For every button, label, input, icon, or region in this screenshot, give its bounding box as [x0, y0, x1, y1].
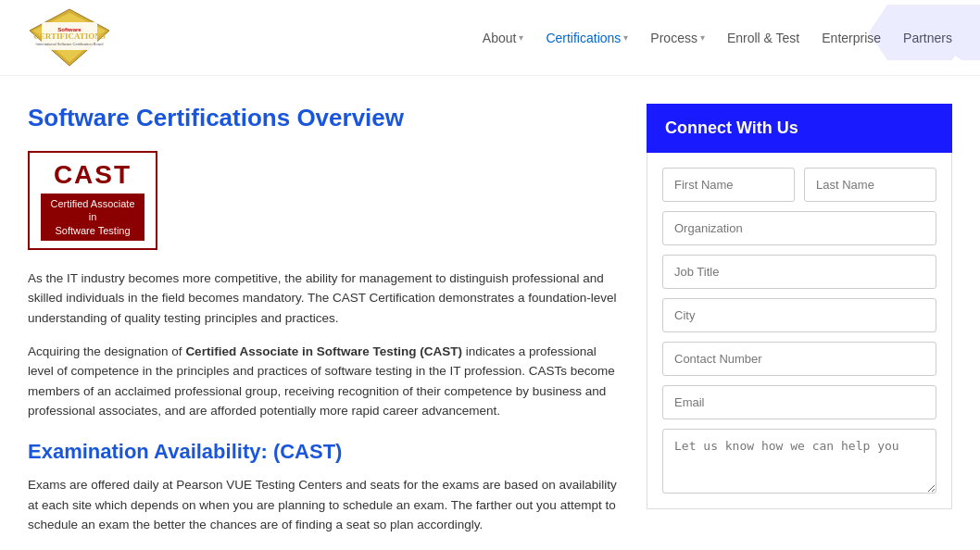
svg-text:CERTIFICATIONS: CERTIFICATIONS	[33, 31, 106, 41]
page-title: Software Certifications Overview	[28, 104, 619, 132]
nav-about[interactable]: About ▾	[483, 31, 524, 45]
body-paragraph-2: Acquiring the designation of Certified A…	[28, 342, 619, 421]
nav-enroll-test[interactable]: Enroll & Test	[727, 31, 799, 45]
chevron-down-icon: ▾	[623, 32, 628, 43]
first-name-input[interactable]	[662, 168, 795, 202]
name-row	[662, 168, 936, 202]
exam-section-title: Examination Availability: (CAST)	[28, 440, 619, 464]
city-input[interactable]	[662, 298, 936, 332]
main-container: Software Certifications Overview CAST Ce…	[0, 76, 980, 548]
last-name-input[interactable]	[804, 168, 936, 202]
contact-number-input[interactable]	[662, 342, 936, 376]
nav-partners[interactable]: Partners	[903, 31, 952, 45]
body-paragraph-1: As the IT industry becomes more competit…	[28, 269, 619, 329]
cast-subtitle: Certified Associate inSoftware Testing	[41, 194, 144, 241]
body-paragraph-3: Exams are offered daily at Pearson VUE T…	[28, 475, 619, 535]
svg-text:International Software Certifi: International Software Certification Boa…	[36, 42, 104, 46]
main-nav: About ▾ Certifications ▾ Process ▾ Enrol…	[483, 31, 952, 45]
chevron-down-icon: ▾	[700, 32, 705, 43]
cast-logo: CAST Certified Associate inSoftware Test…	[28, 151, 157, 250]
email-input[interactable]	[662, 385, 936, 419]
cast-bold-text: Certified Associate in Software Testing …	[185, 344, 462, 358]
organization-input[interactable]	[662, 211, 936, 245]
header: Software CERTIFICATIONS International So…	[0, 0, 980, 76]
nav-enterprise[interactable]: Enterprise	[822, 31, 881, 45]
cast-title: CAST	[41, 160, 144, 190]
message-textarea[interactable]	[662, 429, 936, 494]
nav-process[interactable]: Process ▾	[650, 31, 705, 45]
connect-form	[647, 153, 952, 509]
logo[interactable]: Software CERTIFICATIONS International So…	[28, 7, 111, 68]
nav-certifications[interactable]: Certifications ▾	[546, 31, 628, 45]
left-content: Software Certifications Overview CAST Ce…	[28, 104, 619, 548]
connect-header: Connect With Us	[647, 104, 952, 153]
right-sidebar: Connect With Us	[647, 104, 952, 548]
chevron-down-icon: ▾	[519, 32, 523, 43]
job-title-input[interactable]	[662, 255, 936, 289]
